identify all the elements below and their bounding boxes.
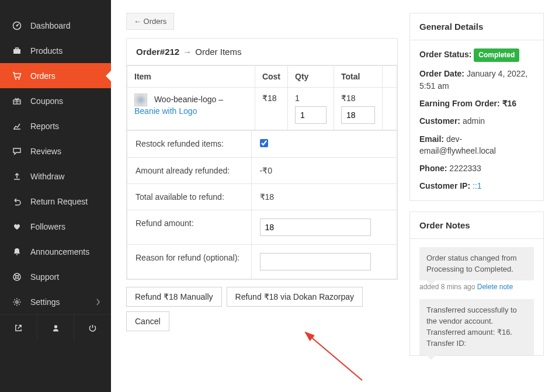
sidebar-item-followers[interactable]: Followers [0, 214, 111, 239]
order-note: Order status changed from Processing to … [419, 247, 534, 281]
order-items-panel: Order#212 → Order Items Item Cost Qty To… [126, 38, 398, 280]
sidebar-item-label: Coupons [30, 96, 63, 106]
sidebar-item-label: Settings [30, 297, 60, 307]
order-subtitle: Order Items [195, 47, 241, 57]
refund-qty-input[interactable] [295, 106, 327, 124]
note-meta: added 8 mins ago Delete note [419, 283, 534, 291]
refund-amount-input[interactable] [260, 218, 371, 236]
note-text: Transferred successfully to the vendor a… [426, 306, 517, 348]
sidebar: Dashboard Products Orders Coupons Report… [0, 0, 111, 392]
svg-point-9 [16, 301, 18, 303]
sidebar-item-label: Orders [30, 71, 55, 81]
sidebar-item-reports[interactable]: Reports [0, 113, 111, 138]
sidebar-item-label: Return Request [30, 197, 88, 206]
refund-razorpay-button[interactable]: Refund ₹18 via Dokan Razorpay [227, 287, 363, 307]
sidebar-item-label: Withdraw [30, 172, 64, 181]
svg-point-10 [54, 325, 57, 328]
restock-label: Restock refunded items: [127, 131, 252, 158]
cancel-refund-button[interactable]: Cancel [126, 311, 169, 331]
sidebar-item-dashboard[interactable]: Dashboard [0, 13, 111, 38]
cog-icon [11, 297, 23, 307]
order-notes-heading: Order Notes [410, 212, 543, 239]
col-total: Total [334, 66, 383, 88]
sidebar-bottom [0, 314, 111, 341]
sidebar-item-orders[interactable]: Orders [0, 63, 111, 88]
delete-note-link[interactable]: Delete note [477, 283, 513, 291]
power-icon [88, 324, 97, 332]
svg-rect-2 [13, 49, 20, 54]
sidebar-item-label: Followers [30, 222, 65, 231]
svg-point-7 [13, 273, 20, 280]
lifebuoy-icon [11, 272, 23, 282]
email-label: Email: [419, 134, 444, 144]
refund-reason-input[interactable] [260, 253, 371, 270]
total-available-label: Total available to refund: [127, 184, 252, 210]
already-refunded-label: Amount already refunded: [127, 158, 252, 184]
product-link[interactable]: Beanie with Logo [134, 106, 197, 116]
refund-actions-2: Cancel [126, 311, 398, 331]
gift-icon [11, 96, 23, 106]
sidebar-item-support[interactable]: Support [0, 264, 111, 289]
sidebar-item-label: Reports [30, 122, 59, 131]
item-qty-display: 1 [295, 93, 327, 103]
order-note: Transferred successfully to the vendor a… [419, 299, 534, 355]
ip-value-link[interactable]: ::1 [473, 181, 482, 190]
order-items-table: Item Cost Qty Total Woo-beanie-logo – Be… [127, 65, 397, 130]
sidebar-item-reviews[interactable]: Reviews [0, 138, 111, 164]
restock-checkbox[interactable] [260, 139, 268, 147]
refund-line-total-input[interactable] [341, 106, 375, 124]
profile-button[interactable] [37, 315, 75, 341]
briefcase-icon [11, 46, 23, 55]
item-cost: ₹18 [255, 88, 287, 130]
back-to-orders-link[interactable]: ← Orders [126, 13, 174, 30]
order-notes-panel: Order Notes Order status changed from Pr… [409, 211, 544, 356]
chart-icon [11, 122, 23, 131]
external-link-button[interactable] [0, 315, 37, 341]
sidebar-item-products[interactable]: Products [0, 38, 111, 63]
sidebar-item-settings[interactable]: Settings [0, 289, 111, 314]
arrow-right-icon: → [183, 47, 192, 57]
note-text: Order status changed from Processing to … [426, 254, 517, 273]
general-details-panel: General Details Order Status: Completed … [409, 13, 544, 201]
sidebar-item-announcements[interactable]: Announcements [0, 239, 111, 264]
refund-manually-button[interactable]: Refund ₹18 Manually [126, 287, 222, 307]
item-total: ₹18 [341, 93, 375, 103]
gauge-icon [11, 21, 23, 30]
order-status-badge: Completed [474, 48, 519, 62]
sidebar-item-label: Products [30, 46, 63, 55]
general-details-heading: General Details [410, 13, 543, 40]
phone-value: 2222333 [449, 164, 481, 173]
product-name-prefix: Woo-beanie-logo – [154, 95, 223, 104]
customer-label: Customer: [419, 116, 460, 126]
cart-icon [11, 71, 23, 81]
chevron-right-icon [96, 299, 100, 306]
svg-point-5 [18, 78, 20, 79]
order-status-label: Order Status: [419, 50, 471, 59]
refund-form: Restock refunded items: Amount already r… [127, 130, 397, 279]
sidebar-item-label: Reviews [30, 147, 61, 156]
undo-icon [11, 197, 23, 206]
svg-point-8 [16, 275, 19, 278]
upload-icon [11, 172, 23, 181]
customer-value: admin [463, 116, 485, 126]
refund-actions: Refund ₹18 Manually Refund ₹18 via Dokan… [126, 287, 398, 307]
svg-point-1 [16, 25, 18, 26]
col-cost: Cost [255, 66, 287, 88]
sidebar-item-withdraw[interactable]: Withdraw [0, 164, 111, 189]
comment-icon [11, 147, 23, 156]
total-available-value: ₹18 [251, 184, 397, 210]
earning-label: Earning From Order: [419, 99, 500, 108]
heart-icon [11, 222, 23, 231]
order-items-header: Order#212 → Order Items [127, 39, 397, 65]
sidebar-item-coupons[interactable]: Coupons [0, 88, 111, 113]
svg-point-4 [15, 78, 17, 79]
bell-icon [11, 247, 23, 256]
sidebar-item-label: Announcements [30, 247, 89, 256]
power-button[interactable] [74, 315, 111, 341]
refund-amount-label: Refund amount: [127, 210, 252, 245]
col-item: Item [127, 66, 255, 88]
table-row: Woo-beanie-logo – Beanie with Logo ₹18 1… [127, 88, 397, 130]
sidebar-item-return-request[interactable]: Return Request [0, 189, 111, 214]
refund-reason-label: Reason for refund (optional): [127, 245, 252, 279]
order-date-label: Order Date: [419, 69, 464, 78]
